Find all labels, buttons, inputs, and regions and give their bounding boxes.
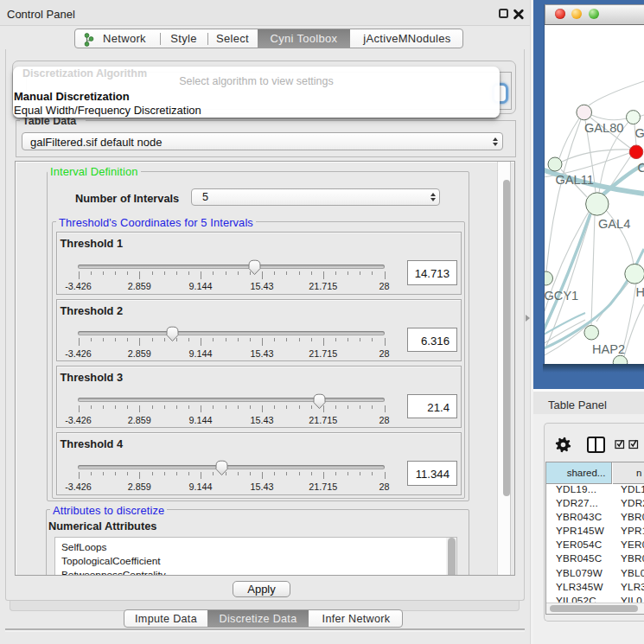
- svg-text:GA: GA: [634, 126, 644, 140]
- svg-text:H: H: [636, 285, 644, 299]
- svg-text:GAL4: GAL4: [598, 217, 630, 231]
- svg-text:GAL11: GAL11: [556, 173, 594, 187]
- svg-text:GCY1: GCY1: [545, 289, 578, 303]
- svg-text:HAP2: HAP2: [592, 342, 625, 356]
- svg-text:CR: CR: [638, 161, 644, 175]
- svg-text:GAL80: GAL80: [584, 121, 623, 135]
